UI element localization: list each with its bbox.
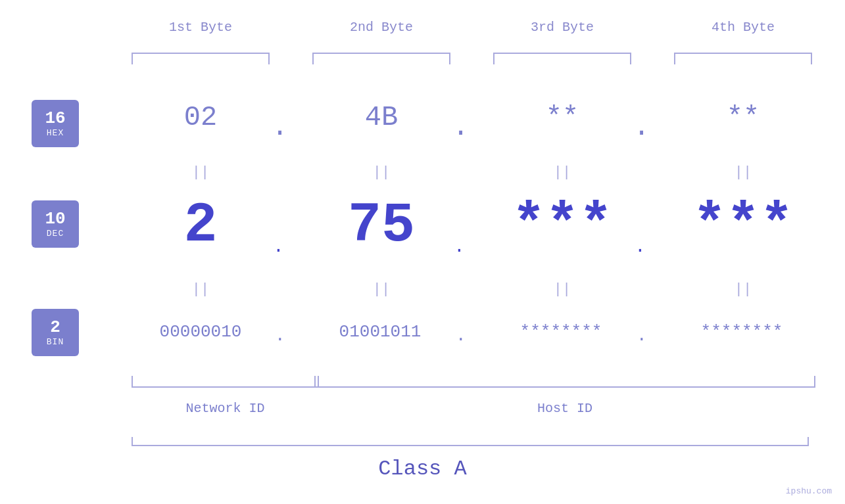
equals-hex-dec-4: || (674, 164, 812, 181)
equals-dec-bin-3: || (493, 281, 631, 298)
equals-dec-bin-1: || (132, 281, 270, 298)
main-container: 16 HEX 10 DEC 2 BIN 1st Byte 2nd Byte 3r… (0, 0, 845, 504)
dec-val-2: 75 (312, 194, 450, 258)
bin-dot-2: . (456, 326, 466, 346)
bin-val-4: ******** (663, 322, 821, 342)
hex-badge-number: 16 (45, 109, 65, 128)
watermark: ipshu.com (786, 486, 832, 496)
bracket-top-3 (493, 53, 631, 64)
dec-val-4: *** (674, 194, 812, 258)
host-id-label: Host ID (314, 401, 815, 416)
dec-val-1: 2 (132, 194, 270, 258)
hex-val-3: ** (493, 102, 631, 133)
bracket-top-1 (132, 53, 270, 64)
hex-badge-label: HEX (47, 128, 64, 138)
dec-val-3: *** (493, 194, 631, 258)
dec-badge-label: DEC (47, 229, 64, 239)
bracket-bottom-network (132, 376, 319, 388)
hex-badge: 16 HEX (32, 100, 79, 147)
equals-hex-dec-1: || (132, 164, 270, 181)
dec-dot-1: . (273, 237, 284, 257)
hex-val-2: 4B (312, 102, 450, 133)
bin-dot-3: . (637, 326, 647, 346)
bin-badge: 2 BIN (32, 309, 79, 356)
col-header-1: 1st Byte (132, 20, 270, 35)
dec-badge: 10 DEC (32, 200, 79, 248)
equals-dec-bin-4: || (674, 281, 812, 298)
class-bracket (132, 437, 809, 446)
bin-val-1: 00000010 (122, 322, 279, 342)
bracket-bottom-host (314, 376, 815, 388)
equals-hex-dec-3: || (493, 164, 631, 181)
equals-hex-dec-2: || (312, 164, 450, 181)
col-header-3: 3rd Byte (493, 20, 631, 35)
equals-dec-bin-2: || (312, 281, 450, 298)
hex-val-1: 02 (132, 102, 270, 133)
dec-dot-3: . (635, 237, 646, 257)
hex-dot-3: . (633, 112, 650, 143)
hex-dot-1: . (272, 112, 288, 143)
hex-dot-2: . (452, 112, 469, 143)
bin-badge-label: BIN (47, 337, 64, 347)
class-label: Class A (0, 457, 845, 481)
bracket-top-2 (312, 53, 450, 64)
network-id-label: Network ID (132, 401, 319, 416)
dec-badge-number: 10 (45, 210, 65, 229)
col-header-2: 2nd Byte (312, 20, 450, 35)
bin-dot-1: . (275, 326, 285, 346)
col-header-4: 4th Byte (674, 20, 812, 35)
dec-dot-2: . (454, 237, 465, 257)
bin-badge-number: 2 (50, 318, 60, 337)
bin-val-3: ******** (482, 322, 640, 342)
bin-val-2: 01001011 (301, 322, 459, 342)
hex-val-4: ** (674, 102, 812, 133)
bracket-top-4 (674, 53, 812, 64)
